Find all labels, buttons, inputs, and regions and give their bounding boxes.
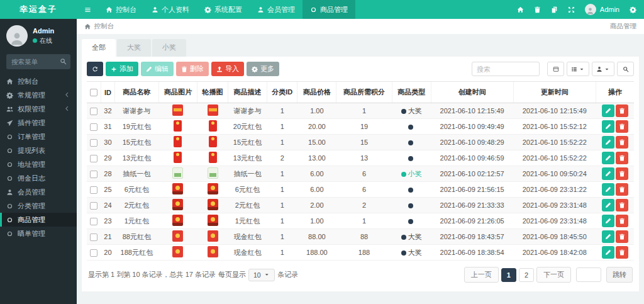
edit-button[interactable]: 编辑 <box>141 62 174 76</box>
product-thumbnail[interactable] <box>172 215 183 226</box>
product-thumbnail[interactable] <box>208 199 218 210</box>
row-delete-button[interactable] <box>616 183 628 196</box>
product-thumbnail[interactable] <box>172 246 183 257</box>
product-thumbnail[interactable] <box>208 246 218 257</box>
topnav-item-config[interactable]: 系统配置 <box>197 0 250 19</box>
tab-all[interactable]: 全部 <box>82 39 116 57</box>
row-checkbox[interactable] <box>90 139 97 147</box>
row-delete-button[interactable] <box>616 136 628 149</box>
row-edit-button[interactable] <box>602 199 614 211</box>
topnav-item-member[interactable]: 会员管理 <box>250 0 303 19</box>
refresh-button[interactable] <box>87 62 103 76</box>
product-thumbnail[interactable] <box>208 230 218 242</box>
jump-page-input[interactable] <box>576 267 601 282</box>
sidebar-item-member[interactable]: 会员管理 <box>0 185 77 199</box>
product-thumbnail[interactable] <box>172 230 183 242</box>
row-edit-button[interactable] <box>602 246 614 259</box>
sidebar-item-dashboard[interactable]: 控制台 <box>0 74 77 88</box>
product-thumbnail[interactable] <box>172 183 183 194</box>
product-thumbnail[interactable] <box>174 152 182 163</box>
row-checkbox[interactable] <box>90 234 97 241</box>
product-thumbnail[interactable] <box>209 120 217 132</box>
sidebar-item-general[interactable]: 常规管理 <box>0 88 77 102</box>
breadcrumb[interactable]: 控制台 <box>84 22 114 31</box>
row-edit-button[interactable] <box>602 104 614 117</box>
sidebar-item-order[interactable]: 订单管理 <box>0 130 77 144</box>
user-menu[interactable]: Admin <box>585 4 619 15</box>
row-edit-button[interactable] <box>602 183 614 196</box>
row-delete-button[interactable] <box>616 215 628 227</box>
select-all-checkbox[interactable] <box>90 89 97 96</box>
product-thumbnail[interactable] <box>209 136 217 147</box>
row-edit-button[interactable] <box>602 215 614 227</box>
sidebar-item-review[interactable]: 晒单管理 <box>0 227 77 240</box>
row-delete-button[interactable] <box>616 246 628 259</box>
sidebar-item-auth[interactable]: 权限管理 <box>0 102 77 116</box>
row-edit-button[interactable] <box>602 152 614 164</box>
page-button-1[interactable]: 1 <box>501 268 516 282</box>
row-checkbox[interactable] <box>90 186 97 194</box>
sidebar-item-withdraw[interactable]: 提现列表 <box>0 144 77 157</box>
row-delete-button[interactable] <box>616 104 628 117</box>
row-delete-button[interactable] <box>616 199 628 211</box>
jump-button[interactable]: 跳转 <box>606 267 633 283</box>
row-edit-button[interactable] <box>602 167 614 180</box>
row-checkbox[interactable] <box>90 202 97 210</box>
fullscreen-button[interactable] <box>568 6 575 13</box>
topnav-item-goods[interactable]: 商品管理 <box>303 0 355 19</box>
docs-button[interactable] <box>551 6 558 13</box>
sidebar-item-addon[interactable]: 插件管理 <box>0 116 77 130</box>
export-button[interactable] <box>592 62 614 76</box>
product-thumbnail[interactable] <box>209 152 217 163</box>
topnav-item-profile[interactable]: 个人资料 <box>144 0 197 19</box>
next-page-button[interactable]: 下一页 <box>536 267 571 283</box>
row-edit-button[interactable] <box>602 230 614 243</box>
tab-big-prize[interactable]: 大奖 <box>117 39 151 57</box>
row-checkbox[interactable] <box>90 218 97 225</box>
col-select[interactable] <box>87 82 101 103</box>
row-checkbox[interactable] <box>90 123 97 131</box>
prev-page-button[interactable]: 上一页 <box>464 267 499 283</box>
clear-cache-button[interactable] <box>534 6 541 13</box>
row-checkbox[interactable] <box>90 108 97 115</box>
sidebar-toggle-button[interactable] <box>77 0 98 19</box>
product-thumbnail[interactable] <box>174 136 182 147</box>
sidebar-item-address[interactable]: 地址管理 <box>0 157 77 171</box>
sidebar-item-goods[interactable]: 商品管理 <box>0 213 77 227</box>
product-thumbnail[interactable] <box>208 104 218 116</box>
table-search-input[interactable] <box>472 62 540 76</box>
row-checkbox[interactable] <box>90 249 97 257</box>
product-thumbnail[interactable] <box>172 199 183 210</box>
sidebar-item-commission[interactable]: 佣金日志 <box>0 171 77 185</box>
row-delete-button[interactable] <box>616 120 628 133</box>
product-thumbnail[interactable] <box>208 167 218 179</box>
brand-logo[interactable]: 幸运盒子 <box>0 0 77 19</box>
columns-button[interactable] <box>567 62 589 76</box>
product-thumbnail[interactable] <box>174 120 182 132</box>
product-thumbnail[interactable] <box>172 104 183 116</box>
row-delete-button[interactable] <box>616 167 628 180</box>
add-button[interactable]: 添加 <box>106 62 138 76</box>
per-page-select[interactable]: 10 <box>248 269 275 281</box>
product-thumbnail[interactable] <box>208 183 218 194</box>
topnav-item-dashboard[interactable]: 控制台 <box>98 0 144 19</box>
import-button[interactable]: 导入 <box>211 62 244 76</box>
more-button[interactable]: 更多 <box>247 62 279 76</box>
delete-button[interactable]: 删除 <box>176 62 209 76</box>
row-edit-button[interactable] <box>602 120 614 133</box>
sidebar-search-button[interactable] <box>57 56 69 67</box>
settings-button[interactable] <box>630 6 636 13</box>
sidebar-item-category[interactable]: 分类管理 <box>0 199 77 213</box>
row-checkbox[interactable] <box>90 171 97 178</box>
product-thumbnail[interactable] <box>208 215 218 226</box>
row-edit-button[interactable] <box>602 136 614 149</box>
row-delete-button[interactable] <box>616 230 628 243</box>
home-shortcut-button[interactable] <box>517 6 524 13</box>
product-thumbnail[interactable] <box>172 167 183 179</box>
tab-small-prize[interactable]: 小奖 <box>152 39 186 57</box>
search-toggle-button[interactable] <box>617 62 634 76</box>
page-button-2[interactable]: 2 <box>519 268 534 282</box>
row-delete-button[interactable] <box>616 152 628 164</box>
row-checkbox[interactable] <box>90 155 97 162</box>
view-toggle-button[interactable] <box>547 62 564 76</box>
